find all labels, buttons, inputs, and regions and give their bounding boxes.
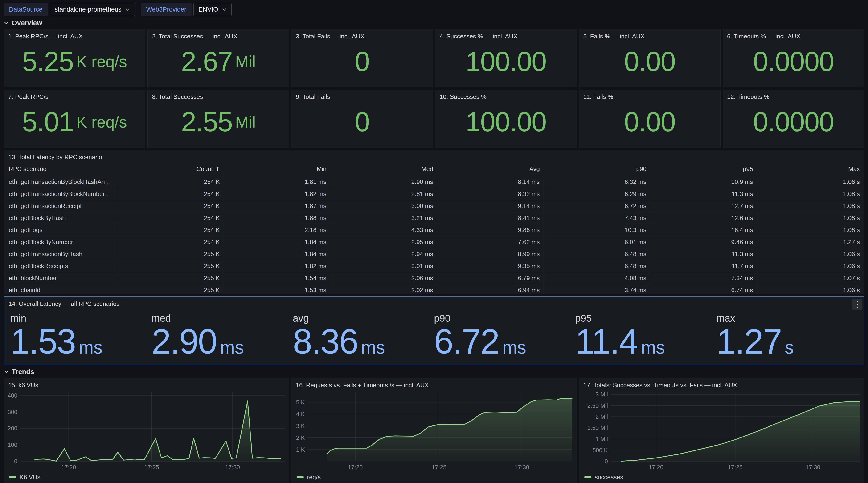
table-cell: eth_getTransactionByHash xyxy=(4,248,117,260)
overall-latency-stats: min1.53msmed2.90msavg8.36msp906.72msp951… xyxy=(4,308,864,366)
table-cell: 12.6 ms xyxy=(650,212,757,224)
table-cell: 1.07 s xyxy=(757,272,864,284)
svg-text:17:25: 17:25 xyxy=(432,464,447,471)
table-cell: eth_blockNumber xyxy=(4,272,117,284)
panel-title[interactable]: 7. Peak RPC/s xyxy=(4,90,145,101)
column-header-med[interactable]: Med xyxy=(330,162,437,176)
stat-panel: 9. Total Fails0 xyxy=(291,90,433,148)
latency-stat-avg: avg8.36ms xyxy=(293,309,434,359)
legend-label: successes xyxy=(595,474,623,481)
panel-title[interactable]: 11. Fails % xyxy=(579,90,720,101)
legend-item[interactable]: K6 VUs xyxy=(9,474,40,481)
stat-value: 5.25K req/s xyxy=(4,40,145,87)
panel-title[interactable]: 12. Timeouts % xyxy=(723,90,864,101)
table-cell: eth_getLogs xyxy=(4,224,117,236)
chart-panel: 16. Requests vs. Fails + Timeouts /s — i… xyxy=(291,378,577,483)
section-header-overview[interactable]: Overview xyxy=(4,19,864,27)
panel-title[interactable]: 13. Total Latency by RPC scenario xyxy=(4,150,864,161)
chart-legend: req/s xyxy=(291,472,576,482)
panel-title[interactable]: 1. Peak RPC/s — incl. AUX xyxy=(4,29,145,40)
time-series-plot[interactable]: 0500 K1 Mil1.50 Mil2 Mil2.50 Mil3 Mil17:… xyxy=(579,389,864,472)
latency-stat-value: 8.36ms xyxy=(293,324,434,359)
column-header-p90[interactable]: p90 xyxy=(544,162,650,176)
table-cell: 1.06 s xyxy=(757,248,864,260)
column-header-min[interactable]: Min xyxy=(224,162,330,176)
latency-stat-value: 1.27s xyxy=(716,324,858,359)
time-series-svg[interactable]: 1 K2 K3 K4 K5 K17:2017:2517:30 xyxy=(291,389,576,472)
latency-stat-p95: p9511.4ms xyxy=(575,309,716,359)
column-header-avg[interactable]: Avg xyxy=(437,162,544,176)
svg-text:17:20: 17:20 xyxy=(348,464,363,471)
table-cell: 255 K xyxy=(117,284,224,294)
panel-title[interactable]: 17. Totals: Successes vs. Timeouts vs. F… xyxy=(579,378,864,389)
panel-title[interactable]: 3. Total Fails — incl. AUX xyxy=(291,29,433,40)
stat-panel: 11. Fails %0.00 xyxy=(579,90,720,148)
panel-menu-icon[interactable] xyxy=(852,299,862,310)
stat-unit: K req/s xyxy=(76,113,127,131)
column-header-max[interactable]: Max xyxy=(757,162,864,176)
table-cell: 6.29 ms xyxy=(544,188,650,200)
table-cell: 1.81 ms xyxy=(224,176,330,188)
panel-title[interactable]: 8. Total Successes xyxy=(148,90,289,101)
panel-title[interactable]: 15. k6 VUs xyxy=(4,378,289,389)
stat-number: 1.27 xyxy=(716,324,781,359)
legend-item[interactable]: req/s xyxy=(297,474,321,481)
table-row: eth_getBlockReceipts255 K1.82 ms3.01 ms9… xyxy=(4,260,864,272)
time-series-svg[interactable]: 0500 K1 Mil1.50 Mil2 Mil2.50 Mil3 Mil17:… xyxy=(579,389,864,472)
legend-item[interactable]: successes xyxy=(584,474,623,481)
table-row: eth_getBlockByNumber254 K1.84 ms2.95 ms7… xyxy=(4,236,864,248)
panel-title[interactable]: 5. Fails % — incl. AUX xyxy=(579,29,720,40)
stat-value: 2.55Mil xyxy=(148,101,289,148)
table-cell: 11.3 ms xyxy=(650,248,757,260)
stat-panel: 7. Peak RPC/s5.01K req/s xyxy=(4,90,145,148)
stat-unit: s xyxy=(785,337,794,358)
stat-value: 0 xyxy=(291,101,433,148)
table-cell: 6.48 ms xyxy=(544,260,650,272)
column-header-count[interactable]: Count↑ xyxy=(117,162,224,176)
stat-panel: 2. Total Successes — incl. AUX2.67Mil xyxy=(148,29,289,87)
stat-unit: K req/s xyxy=(76,52,127,71)
stat-number: 2.90 xyxy=(152,324,217,359)
table-cell: eth_getBlockReceipts xyxy=(4,260,117,272)
table-cell: eth_getTransactionReceipt xyxy=(4,200,117,212)
dashboard-page: DataSourcestandalone-prometheusWeb3Provi… xyxy=(0,0,868,483)
time-series-plot[interactable]: 010020030040017:2017:2517:30 xyxy=(4,389,289,472)
table-cell: 4.33 ms xyxy=(330,224,437,236)
panel-title[interactable]: 6. Timeouts % — incl. AUX xyxy=(723,29,864,40)
stat-number: 0 xyxy=(355,108,370,136)
stat-number: 0 xyxy=(355,48,370,75)
stat-value: 0.0000 xyxy=(723,101,864,148)
panel-title[interactable]: 10. Successes % xyxy=(435,90,577,101)
stat-unit: ms xyxy=(502,337,526,358)
svg-text:17:20: 17:20 xyxy=(649,464,663,471)
chevron-down-icon xyxy=(4,369,9,374)
column-header-rpc-scenario[interactable]: RPC scenario xyxy=(4,162,117,176)
column-header-p95[interactable]: p95 xyxy=(650,162,757,176)
panel-title[interactable]: 14. Overall Latency — all RPC scenarios xyxy=(4,297,864,308)
stat-panel: 3. Total Fails — incl. AUX0 xyxy=(291,29,433,87)
stat-unit: ms xyxy=(641,337,665,358)
variables-bar: DataSourcestandalone-prometheusWeb3Provi… xyxy=(4,2,864,17)
time-series-svg[interactable]: 010020030040017:2017:2517:30 xyxy=(4,389,289,472)
panel-title[interactable]: 16. Requests vs. Fails + Timeouts /s — i… xyxy=(291,378,576,389)
svg-text:17:25: 17:25 xyxy=(728,464,743,471)
panel-title[interactable]: 9. Total Fails xyxy=(291,90,433,101)
stat-panel: 4. Successes % — incl. AUX100.00 xyxy=(435,29,577,87)
variable-dropdown[interactable]: ENVIO xyxy=(193,3,231,16)
variable-dropdown[interactable]: standalone-prometheus xyxy=(50,3,135,16)
table-cell: 7.34 ms xyxy=(650,272,757,284)
panel-title[interactable]: 4. Successes % — incl. AUX xyxy=(435,29,577,40)
table-row: eth_getTransactionByBlockNumberAndIndex2… xyxy=(4,188,864,200)
panel-title[interactable]: 2. Total Successes — incl. AUX xyxy=(148,29,289,40)
legend-label: req/s xyxy=(307,474,321,481)
svg-text:17:25: 17:25 xyxy=(144,464,159,471)
table-row: eth_chainId255 K1.53 ms2.02 ms6.94 ms3.7… xyxy=(4,284,864,294)
table-cell: 1.88 ms xyxy=(224,212,330,224)
chart-panel: 15. k6 VUs010020030040017:2017:2517:30K6… xyxy=(4,378,289,483)
table-cell: 255 K xyxy=(117,260,224,272)
time-series-plot[interactable]: 1 K2 K3 K4 K5 K17:2017:2517:30 xyxy=(291,389,576,472)
stat-unit: ms xyxy=(79,337,102,358)
section-header-trends[interactable]: Trends xyxy=(4,367,864,376)
stat-row-aux: 1. Peak RPC/s — incl. AUX5.25K req/s2. T… xyxy=(4,29,864,87)
table-cell: 254 K xyxy=(117,200,224,212)
